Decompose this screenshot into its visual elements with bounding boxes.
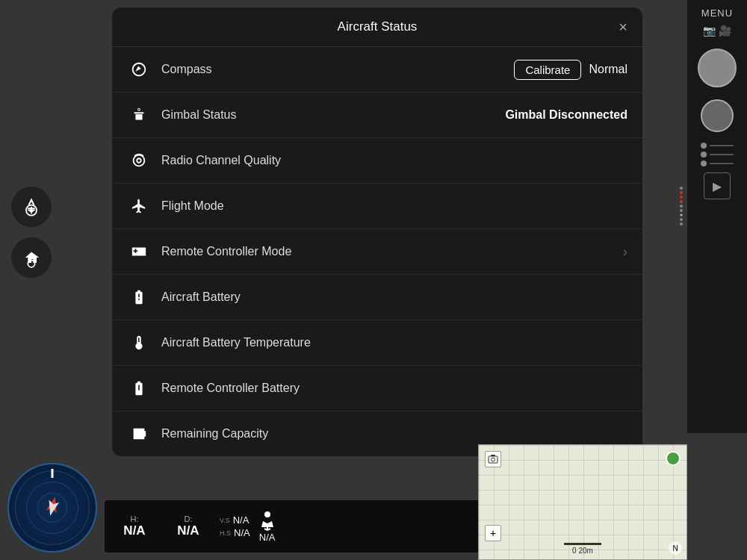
svg-point-5 (143, 252, 145, 253)
rc-battery-label: Remote Controller Battery (161, 382, 627, 395)
scale-dot-9 (680, 223, 683, 225)
map-compass: N (669, 541, 682, 555)
scale-dot-8 (680, 218, 683, 221)
modal-title: Aircraft Status (338, 19, 418, 34)
svg-rect-1 (140, 116, 141, 117)
play-icon: ▶ (713, 179, 722, 193)
scale-dot-5 (680, 205, 683, 208)
modal-header: Aircraft Status × (112, 7, 642, 47)
slider-2-dot (701, 152, 707, 158)
right-panel: MENU 📷 🎥 ▶ (687, 0, 747, 433)
scale-dot-4 (680, 200, 683, 203)
compass-label: Compass (161, 63, 514, 76)
flight-mode-icon (127, 194, 151, 218)
battery-temp-label: Aircraft Battery Temperature (161, 336, 627, 349)
playback-button[interactable]: ▶ (704, 172, 731, 199)
slider-1[interactable] (701, 143, 734, 149)
speed-group: V.S N/A H.S N/A (220, 514, 250, 538)
slider-2-track (710, 154, 734, 155)
distance-label: D: (185, 514, 193, 523)
svg-point-2 (141, 249, 143, 251)
aircraft-battery-icon (127, 285, 151, 309)
person-indicator: N/A (259, 511, 276, 543)
svg-point-16 (492, 458, 495, 461)
record-button[interactable] (701, 99, 734, 132)
altitude-label: H: (131, 514, 139, 523)
takeoff-button[interactable] (11, 187, 52, 227)
aircraft-status-modal: Aircraft Status × Compass Calibrate Norm… (112, 7, 642, 456)
svg-rect-15 (489, 456, 498, 463)
rc-mode-row[interactable]: Remote Controller Mode › (112, 229, 642, 275)
aircraft-battery-row: Aircraft Battery (112, 275, 642, 320)
gimbal-label: Gimbal Status (161, 108, 505, 122)
vspeed-label: V.S (220, 517, 230, 524)
scale-dot-7 (680, 214, 683, 217)
compass-row: Compass Calibrate Normal (112, 47, 642, 93)
gimbal-icon (127, 103, 151, 127)
battery-temp-row: Aircraft Battery Temperature (112, 320, 642, 366)
rc-battery-row: Remote Controller Battery (112, 366, 642, 411)
distance-group: D: N/A (166, 514, 211, 538)
chevron-right-icon: › (623, 244, 627, 260)
map-scale-label: 0 20m (572, 547, 593, 555)
map-zoom-button[interactable]: + (485, 525, 501, 541)
remaining-capacity-label: Remaining Capacity (161, 427, 627, 441)
map-scale: 0 20m (564, 543, 601, 555)
map-screenshot-button[interactable] (485, 451, 501, 467)
slider-3-dot (701, 161, 707, 167)
gimbal-value: Gimbal Disconnected (505, 108, 627, 122)
compass-value: Normal (589, 63, 627, 76)
menu-label: MENU (701, 0, 733, 25)
scale-dot-6 (680, 209, 683, 212)
flight-mode-row: Flight Mode (112, 184, 642, 229)
north-indicator (52, 469, 54, 478)
flight-mode-label: Flight Mode (161, 199, 627, 213)
svg-point-3 (143, 249, 145, 251)
person-value: N/A (259, 532, 276, 543)
rc-mode-label: Remote Controller Mode (161, 245, 617, 258)
hspeed-row: H.S N/A (220, 527, 250, 538)
radar-compass (7, 463, 97, 553)
gimbal-row: Gimbal Status Gimbal Disconnected (112, 93, 642, 138)
radio-label: Radio Channel Quality (161, 154, 627, 167)
slider-1-track (710, 145, 734, 146)
slider-2[interactable] (701, 152, 734, 158)
altitude-value: N/A (123, 523, 145, 538)
radio-row: Radio Channel Quality (112, 138, 642, 184)
compass-icon (127, 57, 151, 81)
svg-rect-0 (137, 116, 138, 117)
vertical-scale (677, 187, 686, 351)
slider-3-track (710, 163, 734, 164)
map-aircraft-marker (666, 451, 681, 466)
hspeed-label: H.S (220, 529, 231, 537)
scale-dot-1 (680, 187, 683, 190)
svg-rect-6 (135, 430, 140, 438)
map-panel: 0 20m + N (478, 444, 687, 560)
slider-1-dot (701, 143, 707, 149)
camera-mode-icons: 📷 🎥 (703, 25, 731, 37)
svg-point-11 (264, 511, 270, 517)
capture-button[interactable] (698, 49, 737, 87)
map-scale-bar (564, 543, 601, 545)
photo-icon: 📷 (703, 25, 716, 37)
scale-dot-2 (680, 191, 683, 194)
altitude-group: H: N/A (112, 514, 157, 538)
video-icon: 🎥 (719, 25, 731, 37)
battery-temp-icon (127, 331, 151, 355)
aircraft-battery-label: Aircraft Battery (161, 290, 627, 304)
rc-battery-icon (127, 376, 151, 400)
vspeed-value: N/A (233, 514, 249, 526)
svg-rect-17 (491, 455, 495, 456)
slider-3[interactable] (701, 161, 734, 167)
person-icon (259, 511, 276, 532)
left-sidebar (11, 187, 52, 278)
scale-dot-3 (680, 196, 683, 199)
distance-value: N/A (177, 523, 199, 538)
calibrate-button[interactable]: Calibrate (514, 60, 581, 80)
rc-mode-icon (127, 240, 151, 264)
return-home-button[interactable] (11, 237, 52, 278)
close-button[interactable]: × (619, 19, 627, 34)
radio-icon (127, 149, 151, 172)
map-grid: 0 20m + N (479, 445, 686, 559)
slider-controls (695, 143, 740, 167)
